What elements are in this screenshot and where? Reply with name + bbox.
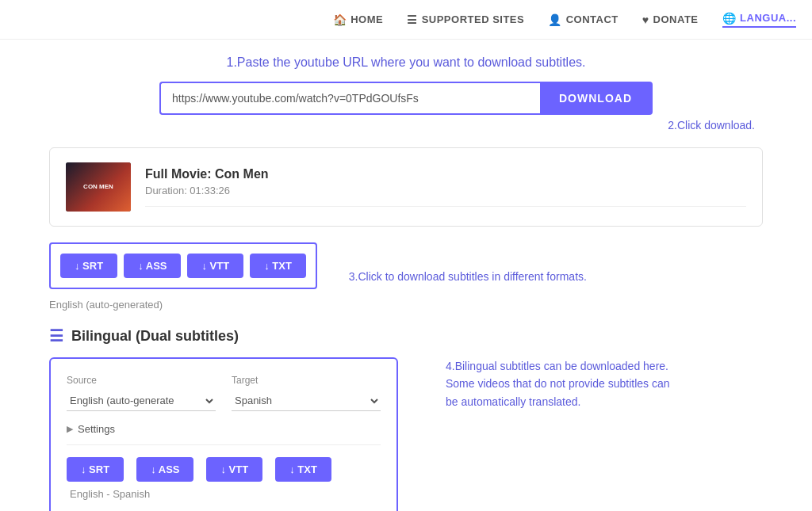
step2-instruction: 2.Click download. (184, 119, 755, 132)
bilingual-icon: ☰ (49, 326, 63, 345)
step1-instruction: 1.Paste the youtube URL where you want t… (49, 55, 763, 70)
bilingual-source-target-row: Source English (auto-generate Target Spa… (67, 375, 381, 411)
bilingual-ass-button[interactable]: ↓ ASS (136, 457, 193, 482)
vtt-button[interactable]: ↓ VTT (187, 254, 243, 278)
heart-icon: ♥ (642, 13, 649, 26)
target-select[interactable]: Spanish (232, 391, 381, 411)
nav-home[interactable]: 🏠 HOME (333, 13, 384, 26)
nav-supported-sites[interactable]: ☰ SUPPORTED SITES (407, 13, 524, 26)
format-buttons-group: ↓ SRT ↓ ASS ↓ VTT ↓ TXT English (auto-ge… (49, 242, 317, 311)
nav-language[interactable]: 🌐 LANGUA... (722, 12, 796, 28)
format-row-container: ↓ SRT ↓ ASS ↓ VTT ↓ TXT English (auto-ge… (49, 242, 763, 311)
txt-button[interactable]: ↓ TXT (250, 254, 306, 278)
ass-button[interactable]: ↓ ASS (124, 254, 181, 278)
nav-donate[interactable]: ♥ DONATE (642, 13, 699, 26)
download-button[interactable]: DOWNLOAD (540, 82, 653, 115)
video-info: Full Movie: Con Men Duration: 01:33:26 (145, 167, 746, 207)
settings-row[interactable]: ▶ Settings (67, 423, 381, 445)
step4-hint: 4.Bilingual subtitles can be downloaded … (446, 357, 684, 410)
bilingual-lang-label: English - Spanish (70, 488, 150, 500)
bilingual-srt-button[interactable]: ↓ SRT (67, 457, 124, 482)
source-label: Source (67, 375, 216, 386)
settings-chevron-icon: ▶ (67, 424, 73, 434)
contact-icon: 👤 (548, 13, 562, 26)
language-icon: 🌐 (722, 12, 737, 25)
target-label: Target (232, 375, 381, 386)
video-thumbnail: CON MEN (66, 162, 131, 212)
bilingual-vtt-button[interactable]: ↓ VTT (206, 457, 262, 482)
format-buttons-wrapper: ↓ SRT ↓ ASS ↓ VTT ↓ TXT (49, 242, 317, 289)
settings-label: Settings (78, 423, 115, 435)
format-language-label: English (auto-generated) (49, 299, 317, 311)
bilingual-buttons-row: ↓ SRT ↓ ASS ↓ VTT ↓ TXT English - Spanis… (67, 457, 381, 500)
video-card: CON MEN Full Movie: Con Men Duration: 01… (49, 147, 763, 227)
video-duration: Duration: 01:33:26 (145, 185, 746, 196)
url-row: DOWNLOAD (49, 82, 763, 115)
navbar: 🏠 HOME ☰ SUPPORTED SITES 👤 CONTACT ♥ DON… (0, 0, 812, 40)
video-divider (145, 206, 746, 207)
thumb-text: CON MEN (83, 183, 113, 191)
bilingual-title: Bilingual (Dual subtitles) (71, 328, 239, 345)
list-icon: ☰ (407, 13, 418, 26)
main-content: 1.Paste the youtube URL where you want t… (25, 40, 787, 511)
bilingual-header: ☰ Bilingual (Dual subtitles) (49, 326, 763, 345)
bilingual-outer: Source English (auto-generate Target Spa… (49, 357, 763, 511)
bilingual-card: Source English (auto-generate Target Spa… (49, 357, 398, 511)
target-field-group: Target Spanish (232, 375, 381, 411)
step3-hint: 3.Click to download subtitles in differe… (349, 270, 587, 283)
srt-button[interactable]: ↓ SRT (60, 254, 117, 278)
source-select[interactable]: English (auto-generate (67, 391, 216, 411)
url-input[interactable] (172, 92, 529, 105)
home-icon: 🏠 (333, 13, 347, 26)
video-title: Full Movie: Con Men (145, 167, 746, 181)
format-section: ↓ SRT ↓ ASS ↓ VTT ↓ TXT English (auto-ge… (49, 242, 763, 311)
url-input-wrapper (159, 82, 540, 115)
source-field-group: Source English (auto-generate (67, 375, 216, 411)
nav-contact[interactable]: 👤 CONTACT (548, 13, 619, 26)
bilingual-txt-button[interactable]: ↓ TXT (275, 457, 331, 482)
